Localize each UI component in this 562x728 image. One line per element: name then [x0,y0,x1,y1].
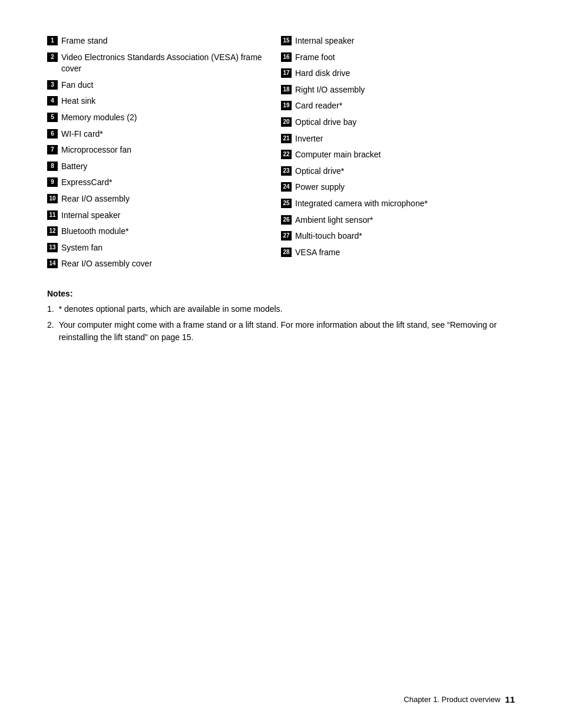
part-label: Bluetooth module* [61,226,128,238]
part-badge: 17 [281,68,292,78]
part-item: 11Internal speaker [47,210,281,222]
note-number: 1. [47,303,54,315]
part-item: 28VESA frame [281,247,515,259]
note-text: Your computer might come with a frame st… [59,319,515,344]
part-badge: 10 [47,194,58,203]
part-label: Microprocessor fan [61,144,131,156]
part-item: 2Video Electronics Standards Association… [47,52,281,75]
part-badge: 26 [281,215,292,225]
part-badge: 8 [47,162,58,171]
notes-list: 1.* denotes optional parts, which are av… [47,303,515,344]
part-badge: 28 [281,248,292,257]
part-label: Frame stand [61,35,108,47]
part-badge: 3 [47,80,58,90]
part-item: 19Card reader* [281,100,515,112]
part-item: 25Integrated camera with microphone* [281,198,515,210]
part-item: 4Heat sink [47,95,281,107]
parts-grid: 1Frame stand2Video Electronics Standards… [47,35,515,275]
part-badge: 21 [281,134,292,143]
part-item: 7Microprocessor fan [47,144,281,156]
part-label: Integrated camera with microphone* [295,198,428,210]
part-badge: 24 [281,182,292,192]
part-badge: 12 [47,226,58,236]
part-item: 5Memory modules (2) [47,112,281,124]
part-badge: 9 [47,177,58,187]
part-badge: 14 [47,259,58,268]
left-column: 1Frame stand2Video Electronics Standards… [47,35,281,275]
part-item: 23Optical drive* [281,166,515,177]
part-item: 24Power supply [281,182,515,193]
part-item: 21Inverter [281,133,515,145]
part-badge: 11 [47,210,58,220]
part-badge: 4 [47,96,58,106]
part-label: Computer main bracket [295,149,381,161]
part-label: Rear I/O assembly [61,193,130,205]
part-item: 3Fan duct [47,80,281,91]
part-label: Frame foot [295,52,335,64]
part-item: 9ExpressCard* [47,177,281,189]
note-item: 2.Your computer might come with a frame … [47,319,515,344]
part-item: 8Battery [47,161,281,173]
part-label: Hard disk drive [295,68,350,80]
part-label: System fan [61,242,103,254]
part-badge: 15 [281,36,292,45]
note-item: 1.* denotes optional parts, which are av… [47,303,515,315]
part-item: 20Optical drive bay [281,117,515,129]
part-badge: 19 [281,101,292,110]
part-item: 13System fan [47,242,281,254]
part-badge: 20 [281,117,292,127]
part-label: Battery [61,161,87,173]
note-text: * denotes optional parts, which are avai… [59,303,283,315]
part-item: 17Hard disk drive [281,68,515,80]
part-label: Rear I/O assembly cover [61,258,152,270]
part-badge: 13 [47,243,58,252]
part-label: Video Electronics Standards Association … [61,52,281,75]
part-label: VESA frame [295,247,340,259]
part-item: 12Bluetooth module* [47,226,281,238]
part-item: 27Multi-touch board* [281,230,515,242]
part-label: Optical drive bay [295,117,356,129]
part-label: Fan duct [61,80,93,91]
part-badge: 22 [281,150,292,159]
footer-page-number: 11 [505,694,515,704]
note-number: 2. [47,319,54,331]
part-badge: 27 [281,231,292,241]
part-badge: 7 [47,145,58,154]
part-item: 10Rear I/O assembly [47,193,281,205]
part-label: Heat sink [61,95,95,107]
part-label: Power supply [295,182,345,193]
part-label: Memory modules (2) [61,112,137,124]
part-badge: 23 [281,166,292,176]
part-item: 1Frame stand [47,35,281,47]
footer-chapter: Chapter 1. Product overview [404,695,500,704]
part-label: ExpressCard* [61,177,112,189]
part-badge: 16 [281,52,292,62]
part-label: Card reader* [295,100,342,112]
part-item: 18Right I/O assembly [281,84,515,96]
part-label: Internal speaker [295,35,354,47]
part-item: 14Rear I/O assembly cover [47,258,281,270]
page-footer: Chapter 1. Product overview 11 [404,694,515,704]
part-badge: 2 [47,52,58,62]
part-label: Optical drive* [295,166,344,177]
part-label: Multi-touch board* [295,230,362,242]
page-content: 1Frame stand2Video Electronics Standards… [0,0,562,383]
part-badge: 1 [47,36,58,45]
part-badge: 25 [281,199,292,208]
part-label: Right I/O assembly [295,84,365,96]
part-label: Inverter [295,133,323,145]
part-item: 6WI-FI card* [47,129,281,140]
right-column: 15Internal speaker16Frame foot17Hard dis… [281,35,515,275]
part-badge: 6 [47,129,58,139]
part-label: Ambient light sensor* [295,215,373,226]
part-badge: 5 [47,113,58,122]
notes-section: Notes: 1.* denotes optional parts, which… [47,289,515,344]
part-label: Internal speaker [61,210,120,222]
part-item: 26Ambient light sensor* [281,215,515,226]
part-label: WI-FI card* [61,129,103,140]
part-item: 16Frame foot [281,52,515,64]
part-item: 22Computer main bracket [281,149,515,161]
notes-title: Notes: [47,289,515,298]
part-badge: 18 [281,85,292,94]
part-item: 15Internal speaker [281,35,515,47]
